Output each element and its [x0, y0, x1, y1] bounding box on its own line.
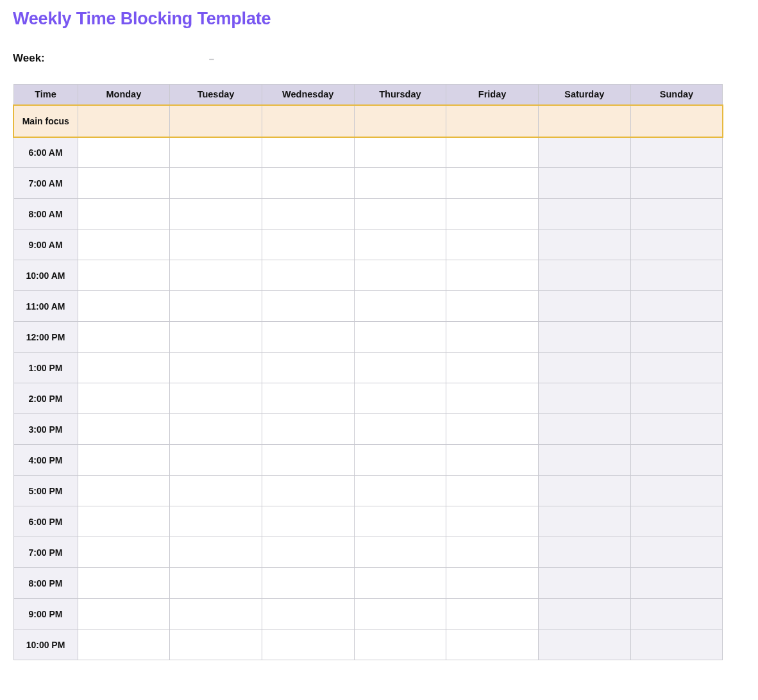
schedule-cell[interactable]: [630, 476, 723, 506]
schedule-cell[interactable]: [630, 291, 723, 322]
schedule-cell[interactable]: [630, 137, 723, 168]
main-focus-cell[interactable]: [446, 105, 539, 137]
main-focus-cell[interactable]: [170, 105, 262, 137]
schedule-cell[interactable]: [354, 199, 446, 229]
schedule-cell[interactable]: [446, 568, 539, 599]
schedule-cell[interactable]: [262, 537, 354, 568]
schedule-cell[interactable]: [170, 537, 262, 568]
schedule-cell[interactable]: [446, 137, 539, 168]
schedule-cell[interactable]: [262, 445, 354, 476]
schedule-cell[interactable]: [170, 322, 262, 353]
schedule-cell[interactable]: [630, 599, 723, 629]
schedule-cell[interactable]: [262, 599, 354, 629]
schedule-cell[interactable]: [538, 137, 630, 168]
schedule-cell[interactable]: [78, 291, 170, 322]
schedule-cell[interactable]: [630, 229, 723, 260]
schedule-cell[interactable]: [630, 568, 723, 599]
schedule-cell[interactable]: [538, 599, 630, 629]
schedule-cell[interactable]: [354, 229, 446, 260]
schedule-cell[interactable]: [446, 229, 539, 260]
main-focus-cell[interactable]: [538, 105, 630, 137]
schedule-cell[interactable]: [78, 476, 170, 506]
schedule-cell[interactable]: [354, 260, 446, 291]
schedule-cell[interactable]: [630, 537, 723, 568]
schedule-cell[interactable]: [78, 383, 170, 414]
schedule-cell[interactable]: [354, 322, 446, 353]
schedule-cell[interactable]: [538, 476, 630, 506]
schedule-cell[interactable]: [538, 168, 630, 199]
schedule-cell[interactable]: [78, 322, 170, 353]
main-focus-cell[interactable]: [78, 105, 170, 137]
schedule-cell[interactable]: [262, 229, 354, 260]
schedule-cell[interactable]: [170, 168, 262, 199]
schedule-cell[interactable]: [170, 137, 262, 168]
schedule-cell[interactable]: [262, 353, 354, 383]
main-focus-cell[interactable]: [630, 105, 723, 137]
schedule-cell[interactable]: [538, 568, 630, 599]
schedule-cell[interactable]: [354, 506, 446, 537]
schedule-cell[interactable]: [354, 568, 446, 599]
schedule-cell[interactable]: [262, 476, 354, 506]
schedule-cell[interactable]: [262, 629, 354, 660]
schedule-cell[interactable]: [538, 383, 630, 414]
schedule-cell[interactable]: [538, 629, 630, 660]
schedule-cell[interactable]: [446, 168, 539, 199]
schedule-cell[interactable]: [170, 291, 262, 322]
schedule-cell[interactable]: [630, 353, 723, 383]
schedule-cell[interactable]: [538, 199, 630, 229]
schedule-cell[interactable]: [170, 383, 262, 414]
schedule-cell[interactable]: [446, 322, 539, 353]
schedule-cell[interactable]: [262, 137, 354, 168]
schedule-cell[interactable]: [78, 414, 170, 445]
schedule-cell[interactable]: [354, 353, 446, 383]
schedule-cell[interactable]: [170, 445, 262, 476]
schedule-cell[interactable]: [354, 537, 446, 568]
schedule-cell[interactable]: [170, 199, 262, 229]
schedule-cell[interactable]: [538, 537, 630, 568]
schedule-cell[interactable]: [630, 629, 723, 660]
schedule-cell[interactable]: [262, 322, 354, 353]
schedule-cell[interactable]: [446, 506, 539, 537]
schedule-cell[interactable]: [170, 629, 262, 660]
schedule-cell[interactable]: [354, 383, 446, 414]
schedule-cell[interactable]: [354, 414, 446, 445]
schedule-cell[interactable]: [78, 537, 170, 568]
schedule-cell[interactable]: [78, 260, 170, 291]
schedule-cell[interactable]: [538, 353, 630, 383]
schedule-cell[interactable]: [446, 445, 539, 476]
schedule-cell[interactable]: [170, 506, 262, 537]
schedule-cell[interactable]: [446, 199, 539, 229]
schedule-cell[interactable]: [630, 506, 723, 537]
main-focus-cell[interactable]: [354, 105, 446, 137]
schedule-cell[interactable]: [354, 445, 446, 476]
schedule-cell[interactable]: [630, 383, 723, 414]
schedule-cell[interactable]: [170, 229, 262, 260]
schedule-cell[interactable]: [78, 506, 170, 537]
schedule-cell[interactable]: [262, 568, 354, 599]
schedule-cell[interactable]: [446, 599, 539, 629]
schedule-cell[interactable]: [630, 445, 723, 476]
week-start-input[interactable]: [50, 51, 204, 66]
schedule-cell[interactable]: [446, 537, 539, 568]
schedule-cell[interactable]: [170, 260, 262, 291]
schedule-cell[interactable]: [446, 353, 539, 383]
schedule-cell[interactable]: [170, 353, 262, 383]
schedule-cell[interactable]: [630, 322, 723, 353]
schedule-cell[interactable]: [354, 599, 446, 629]
main-focus-cell[interactable]: [262, 105, 354, 137]
schedule-cell[interactable]: [170, 414, 262, 445]
schedule-cell[interactable]: [78, 229, 170, 260]
schedule-cell[interactable]: [78, 168, 170, 199]
week-end-input[interactable]: [219, 51, 373, 66]
schedule-cell[interactable]: [170, 568, 262, 599]
schedule-cell[interactable]: [630, 260, 723, 291]
schedule-cell[interactable]: [354, 137, 446, 168]
schedule-cell[interactable]: [538, 229, 630, 260]
schedule-cell[interactable]: [538, 506, 630, 537]
schedule-cell[interactable]: [170, 476, 262, 506]
schedule-cell[interactable]: [262, 383, 354, 414]
schedule-cell[interactable]: [78, 568, 170, 599]
schedule-cell[interactable]: [354, 476, 446, 506]
schedule-cell[interactable]: [262, 168, 354, 199]
schedule-cell[interactable]: [446, 291, 539, 322]
